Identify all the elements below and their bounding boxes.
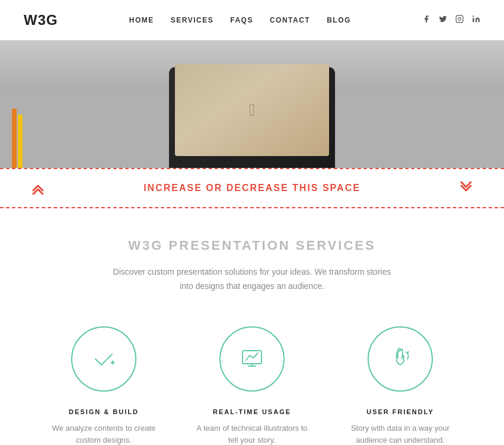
laptop-screen:  — [175, 64, 329, 156]
nav-services[interactable]: SERVICES — [171, 16, 213, 24]
design-build-icon-circle — [71, 326, 136, 392]
svg-rect-0 — [456, 15, 463, 23]
logo[interactable]: W3G — [24, 12, 58, 28]
user-friendly-desc: Story with data in a way your audience c… — [344, 422, 457, 445]
real-time-icon-circle — [219, 326, 285, 392]
facebook-icon[interactable] — [422, 15, 430, 25]
design-build-desc: We analyze contents to create custom des… — [47, 422, 160, 445]
nav-faqs[interactable]: FAQS — [230, 16, 253, 24]
design-build-title: DESIGN & BUILD — [69, 408, 139, 415]
services-cards: DESIGN & BUILD We analyze contents to cr… — [24, 326, 480, 445]
linkedin-icon[interactable] — [472, 15, 480, 25]
nav-home[interactable]: HOME — [129, 16, 154, 24]
nav-blog[interactable]: BLOG — [327, 16, 351, 24]
real-time-icon — [239, 346, 265, 372]
instagram-icon[interactable] — [455, 15, 464, 25]
increase-space-button[interactable] — [30, 180, 46, 196]
decrease-space-button[interactable] — [458, 180, 474, 196]
real-time-title: REAL-TIME USAGE — [213, 408, 291, 415]
laptop-body:  — [169, 67, 335, 168]
spacer-label: INCREASE OR DECREASE THIS SPACE — [143, 183, 361, 193]
real-time-desc: A team of technical illustrators to tell… — [196, 422, 308, 445]
apple-logo:  — [249, 101, 255, 120]
service-card-real-time: REAL-TIME USAGE A team of technical illu… — [196, 326, 308, 445]
hero-section:  — [0, 40, 504, 168]
yellow-pencil — [18, 115, 23, 168]
main-nav: HOME SERVICES FAQS CONTACT BLOG — [129, 16, 351, 24]
twitter-icon[interactable] — [439, 15, 447, 25]
spacer-control-bar: INCREASE OR DECREASE THIS SPACE — [0, 168, 504, 208]
orange-pencil — [12, 109, 17, 168]
services-section: W3G PRESENTATION SERVICES Discover custo… — [0, 208, 504, 445]
service-card-user-friendly: USER FRIENDLY Story with data in a way y… — [344, 326, 457, 445]
design-build-icon — [91, 346, 117, 372]
user-friendly-title: USER FRIENDLY — [366, 408, 434, 415]
pencils — [12, 97, 24, 168]
svg-point-3 — [473, 15, 474, 17]
social-icons — [422, 15, 480, 25]
user-friendly-icon-circle — [368, 326, 433, 392]
services-title: W3G PRESENTATION SERVICES — [24, 238, 480, 253]
services-description: Discover custom presentation solutions f… — [110, 265, 394, 294]
header: W3G HOME SERVICES FAQS CONTACT BLOG — [0, 0, 504, 40]
user-friendly-icon — [387, 346, 413, 372]
svg-rect-2 — [473, 18, 474, 22]
service-card-design-build: DESIGN & BUILD We analyze contents to cr… — [47, 326, 160, 445]
nav-contact[interactable]: CONTACT — [270, 16, 310, 24]
